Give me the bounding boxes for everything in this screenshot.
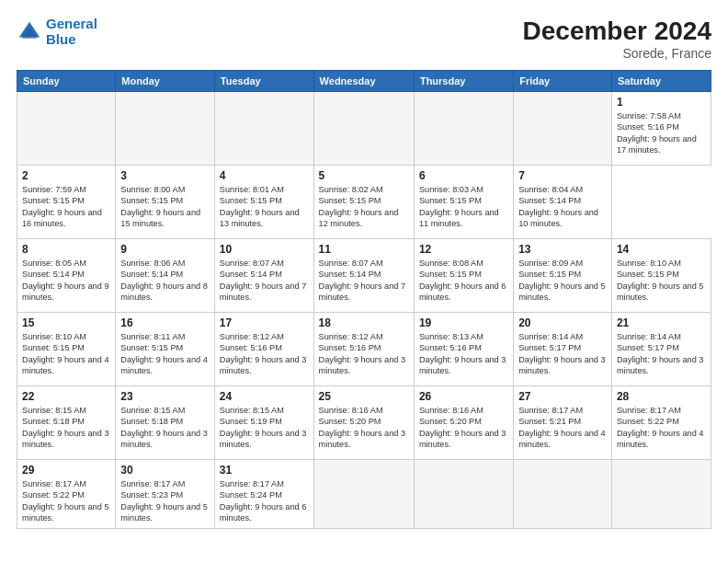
calendar-cell: 26Sunrise: 8:16 AMSunset: 5:20 PMDayligh… [414,386,513,460]
day-number: 4 [220,169,309,182]
day-info: Sunrise: 8:16 AMSunset: 5:20 PMDaylight:… [419,405,508,451]
day-number: 18 [319,316,409,329]
col-thursday: Thursday [414,71,513,92]
calendar-cell: 8Sunrise: 8:05 AMSunset: 5:14 PMDaylight… [17,239,116,313]
calendar-week-3: 15Sunrise: 8:10 AMSunset: 5:15 PMDayligh… [17,313,711,386]
calendar-cell: 9Sunrise: 8:06 AMSunset: 5:14 PMDaylight… [116,239,215,313]
day-number: 6 [419,169,508,182]
day-number: 19 [419,316,508,329]
day-info: Sunrise: 8:06 AMSunset: 5:14 PMDaylight:… [120,258,210,304]
calendar-cell: 1Sunrise: 7:58 AMSunset: 5:16 PMDaylight… [611,92,711,166]
day-number: 17 [220,316,309,329]
logo-line1: General [46,16,97,31]
day-number: 14 [617,243,706,256]
day-number: 25 [319,390,409,403]
calendar-cell [414,92,513,166]
logo-icon [17,19,42,45]
day-info: Sunrise: 8:07 AMSunset: 5:14 PMDaylight:… [319,258,409,304]
calendar-cell [611,460,711,529]
day-number: 31 [220,464,309,477]
day-info: Sunrise: 7:58 AMSunset: 5:16 PMDaylight:… [617,110,706,156]
day-info: Sunrise: 7:59 AMSunset: 5:15 PMDaylight:… [22,184,110,230]
day-info: Sunrise: 8:14 AMSunset: 5:17 PMDaylight:… [518,331,607,377]
day-info: Sunrise: 8:01 AMSunset: 5:15 PMDaylight:… [220,184,309,230]
calendar-cell: 13Sunrise: 8:09 AMSunset: 5:15 PMDayligh… [514,239,612,313]
page: General Blue December 2024 Sorede, Franc… [0,0,728,563]
day-number: 5 [319,169,409,182]
day-info: Sunrise: 8:11 AMSunset: 5:15 PMDaylight:… [120,331,210,377]
day-info: Sunrise: 8:15 AMSunset: 5:19 PMDaylight:… [220,405,309,451]
calendar-cell: 3Sunrise: 8:00 AMSunset: 5:15 PMDaylight… [116,166,215,239]
calendar-cell [514,460,612,529]
day-info: Sunrise: 8:17 AMSunset: 5:21 PMDaylight:… [518,405,607,451]
day-info: Sunrise: 8:17 AMSunset: 5:23 PMDaylight:… [120,478,210,524]
title-block: December 2024 Sorede, France [523,17,711,61]
calendar-cell [17,92,116,166]
calendar-week-0: 1Sunrise: 7:58 AMSunset: 5:16 PMDaylight… [17,92,711,166]
location: Sorede, France [523,46,711,61]
col-saturday: Saturday [611,71,711,92]
calendar-cell: 11Sunrise: 8:07 AMSunset: 5:14 PMDayligh… [313,239,414,313]
calendar-cell: 17Sunrise: 8:12 AMSunset: 5:16 PMDayligh… [214,313,313,386]
calendar-cell: 10Sunrise: 8:07 AMSunset: 5:14 PMDayligh… [214,239,313,313]
day-info: Sunrise: 8:13 AMSunset: 5:16 PMDaylight:… [419,331,508,377]
day-number: 11 [319,243,409,256]
calendar-cell: 23Sunrise: 8:15 AMSunset: 5:18 PMDayligh… [116,386,215,460]
day-number: 1 [617,96,706,109]
day-number: 20 [518,316,607,329]
month-title: December 2024 [523,17,711,46]
calendar-cell [214,92,313,166]
day-info: Sunrise: 8:00 AMSunset: 5:15 PMDaylight:… [120,184,210,230]
day-info: Sunrise: 8:17 AMSunset: 5:22 PMDaylight:… [617,405,706,451]
day-info: Sunrise: 8:04 AMSunset: 5:14 PMDaylight:… [518,184,607,230]
day-info: Sunrise: 8:02 AMSunset: 5:15 PMDaylight:… [319,184,409,230]
day-number: 24 [220,390,309,403]
calendar-cell: 27Sunrise: 8:17 AMSunset: 5:21 PMDayligh… [514,386,612,460]
calendar-cell: 18Sunrise: 8:12 AMSunset: 5:16 PMDayligh… [313,313,414,386]
day-info: Sunrise: 8:03 AMSunset: 5:15 PMDaylight:… [419,184,508,230]
day-info: Sunrise: 8:17 AMSunset: 5:24 PMDaylight:… [220,478,309,524]
logo-text: General Blue [46,17,97,47]
calendar-cell [514,92,612,166]
day-info: Sunrise: 8:17 AMSunset: 5:22 PMDaylight:… [22,478,110,524]
day-number: 12 [419,243,508,256]
calendar-cell: 29Sunrise: 8:17 AMSunset: 5:22 PMDayligh… [17,460,116,529]
calendar-cell: 16Sunrise: 8:11 AMSunset: 5:15 PMDayligh… [116,313,215,386]
col-tuesday: Tuesday [214,71,313,92]
calendar-cell: 2Sunrise: 7:59 AMSunset: 5:15 PMDaylight… [17,166,116,239]
day-number: 21 [617,316,706,329]
day-number: 28 [617,390,706,403]
calendar-cell [313,460,414,529]
calendar-cell: 21Sunrise: 8:14 AMSunset: 5:17 PMDayligh… [611,313,711,386]
day-number: 23 [120,390,210,403]
day-number: 26 [419,390,508,403]
day-info: Sunrise: 8:14 AMSunset: 5:17 PMDaylight:… [617,331,706,377]
logo: General Blue [17,17,97,47]
calendar-cell: 30Sunrise: 8:17 AMSunset: 5:23 PMDayligh… [116,460,215,529]
calendar-cell [414,460,513,529]
col-sunday: Sunday [17,71,116,92]
day-number: 30 [120,464,210,477]
day-number: 7 [518,169,607,182]
day-number: 22 [22,390,110,403]
day-number: 29 [22,464,110,477]
day-info: Sunrise: 8:10 AMSunset: 5:15 PMDaylight:… [22,331,110,377]
calendar-week-4: 22Sunrise: 8:15 AMSunset: 5:18 PMDayligh… [17,386,711,460]
calendar-cell: 25Sunrise: 8:16 AMSunset: 5:20 PMDayligh… [313,386,414,460]
day-info: Sunrise: 8:12 AMSunset: 5:16 PMDaylight:… [319,331,409,377]
calendar-week-5: 29Sunrise: 8:17 AMSunset: 5:22 PMDayligh… [17,460,711,529]
day-info: Sunrise: 8:09 AMSunset: 5:15 PMDaylight:… [518,258,607,304]
calendar-cell [116,92,215,166]
calendar-body: 1Sunrise: 7:58 AMSunset: 5:16 PMDaylight… [17,92,711,529]
calendar-cell: 12Sunrise: 8:08 AMSunset: 5:15 PMDayligh… [414,239,513,313]
day-number: 10 [220,243,309,256]
day-info: Sunrise: 8:16 AMSunset: 5:20 PMDaylight:… [319,405,409,451]
day-info: Sunrise: 8:07 AMSunset: 5:14 PMDaylight:… [220,258,309,304]
col-wednesday: Wednesday [313,71,414,92]
day-number: 13 [518,243,607,256]
day-number: 9 [120,243,210,256]
calendar-cell: 5Sunrise: 8:02 AMSunset: 5:15 PMDaylight… [313,166,414,239]
day-number: 27 [518,390,607,403]
calendar-cell: 28Sunrise: 8:17 AMSunset: 5:22 PMDayligh… [611,386,711,460]
day-info: Sunrise: 8:12 AMSunset: 5:16 PMDaylight:… [220,331,309,377]
